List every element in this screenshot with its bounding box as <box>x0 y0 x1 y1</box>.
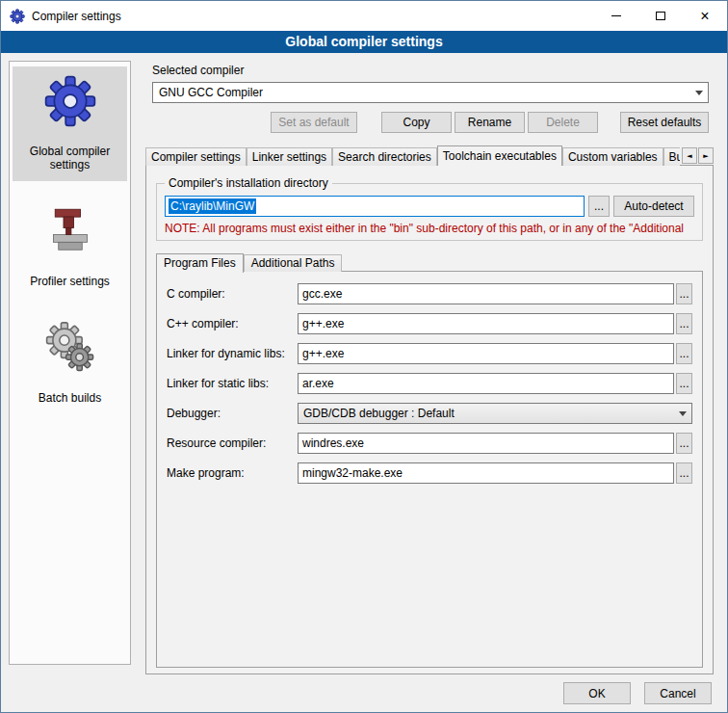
tab-scroll-buttons: ◄ ► <box>682 147 714 164</box>
field-row-cpp-compiler: C++ compiler: g++.exe ... <box>167 313 692 334</box>
make-program-browse-button[interactable]: ... <box>676 462 692 484</box>
compiler-select[interactable]: GNU GCC Compiler <box>152 82 709 103</box>
title-bar: Compiler settings × <box>1 1 727 31</box>
tab-scroll-left-icon[interactable]: ◄ <box>682 147 697 164</box>
tabs-strip: Compiler settings Linker settings Search… <box>145 145 680 166</box>
main-content: Selected compiler GNU GCC Compiler Set a… <box>145 61 714 674</box>
cancel-button[interactable]: Cancel <box>644 682 712 704</box>
make-program-input[interactable]: mingw32-make.exe <box>298 462 674 484</box>
delete-button: Delete <box>528 112 598 133</box>
directory-browse-button[interactable]: ... <box>588 196 610 217</box>
dynamic-linker-browse-button[interactable]: ... <box>676 343 692 364</box>
tab-program-files[interactable]: Program Files <box>156 253 244 273</box>
sidebar-item-profiler-settings[interactable]: Profiler settings <box>13 197 127 298</box>
gray-gears-icon <box>43 321 97 375</box>
compiler-settings-dialog: Compiler settings × Global compiler sett… <box>0 0 728 713</box>
tab-toolchain-executables[interactable]: Toolchain executables <box>437 145 562 166</box>
resource-compiler-browse-button[interactable]: ... <box>676 433 692 454</box>
cpp-compiler-value: g++.exe <box>302 317 344 330</box>
tab-search-directories[interactable]: Search directories <box>332 147 437 166</box>
program-files-panel: C compiler: gcc.exe ... C++ compiler: g+… <box>156 271 703 668</box>
c-compiler-input[interactable]: gcc.exe <box>298 283 674 304</box>
compiler-select-value: GNU GCC Compiler <box>159 86 263 99</box>
cpp-compiler-input[interactable]: g++.exe <box>298 313 674 334</box>
rename-button[interactable]: Rename <box>455 112 525 133</box>
tab-build-options[interactable]: Builc <box>663 147 680 166</box>
app-gear-icon <box>10 9 25 24</box>
field-row-make-program: Make program: mingw32-make.exe ... <box>167 462 692 484</box>
tab-additional-paths[interactable]: Additional Paths <box>244 254 343 272</box>
c-compiler-browse-button[interactable]: ... <box>676 283 692 304</box>
selected-text: C:\raylib\MinGW <box>169 198 256 214</box>
debugger-select[interactable]: GDB/CDB debugger : Default <box>298 403 692 424</box>
static-linker-input[interactable]: ar.exe <box>298 373 674 394</box>
window-title: Compiler settings <box>32 10 121 23</box>
profiler-press-icon <box>43 204 97 258</box>
static-linker-browse-button[interactable]: ... <box>676 373 692 394</box>
installation-directory-row: C:\raylib\MinGW ... Auto-detect <box>165 196 694 217</box>
sidebar-item-batch-builds[interactable]: Batch builds <box>13 313 127 414</box>
settings-category-list: Global compiler settings Profiler settin… <box>9 61 131 665</box>
set-as-default-button: Set as default <box>271 112 357 133</box>
chevron-down-icon <box>695 91 703 95</box>
resource-compiler-value: windres.exe <box>302 436 364 450</box>
sidebar-item-label: Global compiler settings <box>14 145 125 172</box>
installation-directory-input[interactable]: C:\raylib\MinGW <box>165 196 585 217</box>
minimize-button[interactable] <box>594 1 638 31</box>
tab-linker-settings[interactable]: Linker settings <box>247 147 332 166</box>
chevron-down-icon <box>679 411 687 416</box>
field-row-dynamic-linker: Linker for dynamic libs: g++.exe ... <box>167 343 692 364</box>
installation-directory-group: Compiler's installation directory C:\ray… <box>156 183 703 241</box>
ok-button[interactable]: OK <box>563 682 631 704</box>
sidebar-item-label: Profiler settings <box>30 275 110 288</box>
note-text: NOTE: All programs must exist either in … <box>165 222 694 235</box>
sidebar-item-label: Batch builds <box>39 391 101 405</box>
tab-custom-variables[interactable]: Custom variables <box>562 147 663 166</box>
selected-compiler-label: Selected compiler <box>152 64 714 77</box>
debugger-value: GDB/CDB debugger : Default <box>303 407 455 420</box>
tab-scroll-right-icon[interactable]: ► <box>698 147 714 164</box>
dynamic-linker-label: Linker for dynamic libs: <box>167 347 298 360</box>
compiler-actions: Set as default Copy Rename Delete Reset … <box>152 112 709 133</box>
make-program-value: mingw32-make.exe <box>302 466 403 480</box>
make-program-label: Make program: <box>167 466 298 480</box>
c-compiler-value: gcc.exe <box>302 287 342 301</box>
close-icon: × <box>700 9 709 24</box>
tab-bar: Compiler settings Linker settings Search… <box>145 145 714 166</box>
static-linker-label: Linker for static libs: <box>167 377 298 390</box>
dialog-header: Global compiler settings <box>1 31 727 53</box>
field-row-c-compiler: C compiler: gcc.exe ... <box>167 283 692 304</box>
field-row-static-linker: Linker for static libs: ar.exe ... <box>167 373 692 394</box>
static-linker-value: ar.exe <box>302 377 334 390</box>
installation-directory-title: Compiler's installation directory <box>165 176 332 190</box>
copy-button[interactable]: Copy <box>381 112 452 133</box>
field-row-debugger: Debugger: GDB/CDB debugger : Default <box>167 403 692 424</box>
cpp-compiler-label: C++ compiler: <box>167 317 298 330</box>
program-tabs: Program Files Additional Paths <box>156 252 703 272</box>
blue-gear-icon <box>43 74 97 128</box>
tab-compiler-settings[interactable]: Compiler settings <box>145 147 247 166</box>
window-controls: × <box>594 1 727 31</box>
debugger-label: Debugger: <box>167 407 298 420</box>
minimize-icon <box>611 15 621 16</box>
cpp-compiler-browse-button[interactable]: ... <box>676 313 692 334</box>
maximize-icon <box>656 12 665 20</box>
c-compiler-label: C compiler: <box>167 287 298 301</box>
resource-compiler-label: Resource compiler: <box>167 436 298 450</box>
reset-defaults-button[interactable]: Reset defaults <box>620 112 709 133</box>
auto-detect-button[interactable]: Auto-detect <box>613 196 694 217</box>
resource-compiler-input[interactable]: windres.exe <box>298 433 674 454</box>
field-row-resource-compiler: Resource compiler: windres.exe ... <box>167 433 692 454</box>
close-button[interactable]: × <box>683 1 727 31</box>
dynamic-linker-input[interactable]: g++.exe <box>298 343 674 364</box>
dynamic-linker-value: g++.exe <box>302 347 344 360</box>
toolchain-executables-panel: Compiler's installation directory C:\ray… <box>145 165 714 674</box>
maximize-button[interactable] <box>638 1 683 31</box>
sidebar-item-global-compiler-settings[interactable]: Global compiler settings <box>13 66 127 181</box>
